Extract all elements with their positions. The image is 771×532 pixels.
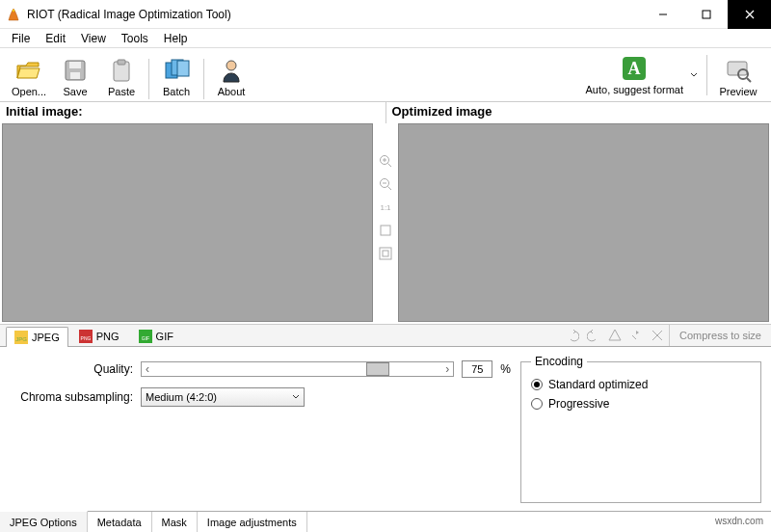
- menu-bar: File Edit View Tools Help: [0, 29, 771, 48]
- image-panels: Initial image: Optimized image 1:1: [0, 102, 771, 324]
- svg-line-24: [388, 187, 392, 191]
- quality-label: Quality:: [8, 362, 133, 376]
- radio-unselected-icon: [531, 398, 543, 410]
- batch-button[interactable]: Batch: [153, 51, 199, 99]
- initial-image-header: Initial image:: [0, 102, 386, 123]
- quality-unit: %: [500, 362, 511, 376]
- zoom-tools: 1:1: [375, 123, 396, 324]
- zoom-actual-button[interactable]: 1:1: [377, 199, 394, 216]
- svg-rect-16: [728, 62, 747, 75]
- svg-rect-7: [70, 72, 80, 79]
- svg-point-13: [226, 61, 236, 70]
- title-bar: RIOT (Radical Image Optimization Tool): [0, 0, 771, 29]
- magnifier-icon: [725, 57, 752, 84]
- png-icon: PNG: [79, 330, 93, 343]
- svg-text:JPG: JPG: [15, 336, 27, 342]
- slider-thumb[interactable]: [366, 362, 389, 376]
- svg-line-18: [747, 78, 751, 82]
- undo-icon[interactable]: [565, 328, 580, 343]
- menu-tools[interactable]: Tools: [114, 30, 156, 47]
- auto-format-button[interactable]: A Auto, suggest format: [568, 51, 703, 99]
- menu-help[interactable]: Help: [156, 30, 196, 47]
- quality-value-input[interactable]: 75: [462, 360, 492, 378]
- tab-gif[interactable]: GIF GIF: [130, 326, 182, 346]
- rotate-right-icon[interactable]: [650, 328, 665, 343]
- zoom-out-icon[interactable]: [377, 175, 394, 193]
- minimize-button[interactable]: [641, 0, 684, 29]
- chevron-down-icon[interactable]: [687, 71, 701, 79]
- optimized-image-panel[interactable]: [398, 123, 769, 322]
- tab-metadata[interactable]: Metadata: [88, 512, 152, 532]
- menu-file[interactable]: File: [4, 30, 38, 47]
- encoding-legend: Encoding: [531, 355, 587, 368]
- tab-jpeg-options[interactable]: JPEG Options: [0, 511, 88, 532]
- radio-selected-icon: [531, 379, 543, 390]
- tab-mask[interactable]: Mask: [152, 512, 198, 532]
- quality-slider[interactable]: ‹ ›: [141, 361, 454, 377]
- menu-edit[interactable]: Edit: [38, 30, 73, 47]
- tab-jpeg[interactable]: JPG JPEG: [6, 327, 68, 347]
- batch-icon: [163, 57, 190, 84]
- person-icon: [218, 57, 245, 84]
- encoding-standard-radio[interactable]: Standard optimized: [531, 378, 751, 391]
- format-tab-row: JPG JPEG PNG PNG GIF GIF Compress to siz…: [0, 324, 771, 347]
- preview-button[interactable]: Preview: [711, 51, 765, 99]
- auto-icon: A: [621, 55, 648, 82]
- about-button[interactable]: About: [208, 51, 254, 99]
- svg-rect-26: [381, 226, 390, 235]
- floppy-icon: [62, 57, 89, 84]
- svg-rect-28: [383, 251, 388, 256]
- gif-icon: GIF: [139, 330, 152, 343]
- paste-button[interactable]: Paste: [98, 51, 145, 99]
- tab-png[interactable]: PNG PNG: [70, 326, 128, 346]
- folder-open-icon: [15, 57, 42, 84]
- toolbar: Open... Save Paste Batch About A Auto, s…: [0, 48, 771, 102]
- open-button[interactable]: Open...: [6, 51, 52, 99]
- fit-window-icon[interactable]: [377, 222, 394, 239]
- chevron-down-icon: [292, 391, 300, 403]
- compress-to-size-button[interactable]: Compress to size: [669, 325, 771, 346]
- svg-rect-9: [118, 60, 125, 65]
- window-title: RIOT (Radical Image Optimization Tool): [27, 8, 641, 21]
- app-icon: [6, 7, 21, 22]
- svg-rect-2: [703, 11, 710, 18]
- save-button[interactable]: Save: [52, 51, 98, 99]
- svg-text:A: A: [628, 59, 641, 78]
- menu-view[interactable]: View: [73, 30, 114, 47]
- close-button[interactable]: [728, 0, 771, 29]
- optimized-image-header: Optimized image: [386, 102, 772, 123]
- redo-icon[interactable]: [586, 328, 601, 343]
- settings-panel: Quality: ‹ › 75 % Chroma subsampling: Me…: [0, 347, 771, 511]
- svg-rect-27: [380, 248, 391, 259]
- slider-left-arrow-icon[interactable]: ‹: [146, 362, 149, 376]
- clipboard-icon: [108, 57, 135, 84]
- svg-line-20: [388, 164, 392, 168]
- warning-icon[interactable]: [607, 328, 623, 343]
- bottom-tabs: JPEG Options Metadata Mask Image adjustm…: [0, 511, 771, 532]
- jpeg-icon: JPG: [14, 331, 28, 344]
- svg-text:PNG: PNG: [80, 335, 91, 341]
- svg-rect-12: [177, 61, 189, 76]
- chroma-label: Chroma subsampling:: [8, 390, 133, 404]
- tab-image-adjustments[interactable]: Image adjustments: [198, 512, 307, 532]
- svg-point-0: [13, 9, 14, 11]
- fullscreen-icon[interactable]: [377, 245, 394, 262]
- slider-right-arrow-icon[interactable]: ›: [445, 362, 449, 376]
- svg-rect-6: [69, 62, 81, 68]
- chroma-subsampling-select[interactable]: Medium (4:2:0): [141, 387, 305, 407]
- svg-text:GIF: GIF: [141, 335, 148, 341]
- format-tool-icons: [561, 325, 669, 346]
- initial-image-panel[interactable]: [2, 123, 373, 322]
- rotate-left-icon[interactable]: [628, 328, 644, 343]
- encoding-progressive-radio[interactable]: Progressive: [531, 397, 751, 411]
- zoom-in-icon[interactable]: [377, 152, 394, 170]
- encoding-group: Encoding Standard optimized Progressive: [520, 355, 761, 503]
- maximize-button[interactable]: [684, 0, 728, 29]
